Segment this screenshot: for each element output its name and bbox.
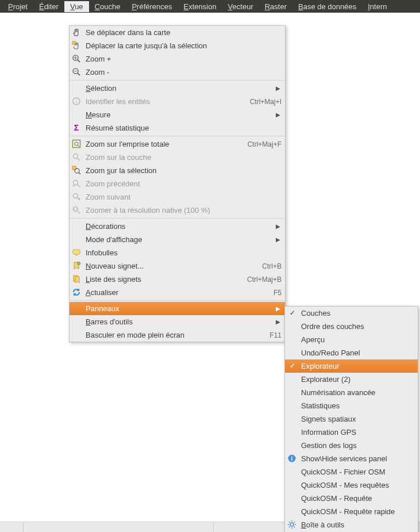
menu-item[interactable]: Sélection▶ [70, 82, 285, 95]
panel-toggle-item[interactable]: QuickOSM - Fichier OSM [285, 465, 418, 479]
zoom-layer-icon [72, 152, 81, 162]
panel-toggle-item[interactable]: iShow\Hide services panel [285, 452, 418, 465]
svg-point-16 [75, 169, 79, 173]
panel-toggle-item[interactable]: Numérisation avancée [285, 386, 418, 399]
svg-line-23 [78, 211, 80, 213]
menu-item-label: Statistiques [301, 401, 414, 410]
svg-rect-0 [72, 41, 75, 44]
menu-item-label: Zoom - [86, 68, 282, 76]
menu-item-label: Zoomer à la résolution native (100 %) [86, 206, 282, 215]
svg-line-35 [289, 522, 290, 523]
menu-item[interactable]: Infobulles [70, 246, 285, 259]
menu-item: Zoom suivant [70, 190, 285, 204]
panel-toggle-item[interactable]: Aperçu [285, 333, 418, 346]
menu-item-label: Barres d'outils [86, 317, 282, 326]
menu-item-label: Information GPS [301, 428, 414, 437]
submenu-arrow-icon: ▶ [276, 223, 280, 229]
submenu-arrow-icon: ▶ [276, 112, 280, 118]
menu-item-label: Décorations [86, 222, 282, 231]
menu-item[interactable]: Mode d'affichage▶ [70, 233, 285, 246]
svg-line-19 [78, 185, 80, 187]
bookmarks-icon [72, 274, 81, 284]
menu-item[interactable]: ΣRésumé statistique [70, 121, 285, 135]
menu-item[interactable]: Décorations▶ [70, 220, 285, 233]
menu-item-shortcut: Ctrl+Maj+I [238, 98, 282, 106]
svg-line-17 [79, 173, 80, 174]
menu-vue[interactable]: Vue [64, 1, 89, 12]
menu-item[interactable]: Zoom + [70, 52, 285, 66]
menu-item[interactable]: Déplacer la carte jusqu'à la sélection [70, 39, 285, 52]
workspace: Se déplacer dans la carteDéplacer la car… [0, 13, 420, 522]
menu-view-dropdown: Se déplacer dans la carteDéplacer la car… [69, 25, 286, 342]
svg-rect-25 [73, 250, 80, 254]
svg-line-12 [78, 145, 79, 147]
menu-vecteur[interactable]: Vecteur [222, 1, 259, 12]
menu-item[interactable]: Mesure▶ [70, 108, 285, 121]
svg-point-13 [74, 154, 78, 159]
panel-toggle-item[interactable]: QuickOSM - Mes requêtes [285, 479, 418, 492]
menu-item-label: Actualiser [86, 288, 262, 297]
menu-item-label: Panneaux [86, 304, 282, 313]
menu-item[interactable]: Se déplacer dans la carte [70, 26, 285, 39]
menu-item[interactable]: Liste des signetsCtrl+Maj+B [70, 273, 285, 286]
menu-internet[interactable]: Intern [362, 1, 392, 12]
svg-line-14 [78, 158, 80, 160]
menu-item-label: Zoom sur la couche [86, 153, 282, 162]
hand-select-icon [72, 41, 81, 50]
menu-projet[interactable]: Projet [2, 1, 33, 12]
panel-toggle-item[interactable]: Explorateur (2) [285, 373, 418, 386]
panel-toggle-item[interactable]: Signets spatiaux [285, 412, 418, 426]
refresh-icon [72, 288, 81, 297]
panel-toggle-item[interactable]: Undo/Redo Panel [285, 346, 418, 359]
menu-couche[interactable]: Couche [89, 1, 126, 12]
menu-item-label: Boîte à outils [301, 520, 414, 529]
panel-toggle-item[interactable]: ✓Explorateur [285, 359, 418, 373]
svg-line-6 [78, 73, 80, 75]
menu-item[interactable]: Panneaux▶ [70, 302, 285, 315]
panel-toggle-item[interactable]: QuickOSM - Requête rapide [285, 505, 418, 518]
zoom-next-icon [72, 192, 81, 201]
submenu-arrow-icon: ▶ [276, 85, 280, 91]
panel-toggle-item[interactable]: Information GPS [285, 426, 418, 439]
menu-item-label: Numérisation avancée [301, 388, 414, 397]
zoom-extent-icon [72, 139, 81, 148]
menu-item-label: QuickOSM - Fichier OSM [301, 468, 414, 476]
menu-item[interactable]: ActualiserF5 [70, 286, 285, 299]
panel-toggle-item[interactable]: Gestion des logs [285, 439, 418, 452]
check-icon: ✓ [290, 309, 295, 317]
zoom-native-icon: 1:1 [72, 205, 81, 215]
menu-item-label: Zoom + [86, 55, 282, 63]
panel-toggle-item[interactable]: Ordre des couches [285, 320, 418, 333]
menu-item[interactable]: Barres d'outils▶ [70, 315, 285, 328]
menu-item-label: Basculer en mode plein écran [86, 331, 258, 339]
svg-point-30 [290, 523, 294, 526]
menu-separator [70, 218, 284, 219]
menu-item-label: Se déplacer dans la carte [86, 28, 282, 37]
menu-item-label: Zoom sur la sélection [86, 166, 282, 175]
svg-line-2 [78, 60, 80, 62]
menu-item-label: Zoom suivant [86, 193, 282, 201]
status-segment [0, 522, 24, 532]
menu-item[interactable]: +Nouveau signet...Ctrl+B [70, 259, 285, 273]
menu-bdd[interactable]: Base de données [292, 1, 362, 12]
menu-item[interactable]: Zoom - [70, 66, 285, 79]
menu-item[interactable]: Basculer en mode plein écranF11 [70, 328, 285, 342]
zoom-in-icon [72, 54, 81, 63]
menu-item[interactable]: Zoom sur l'emprise totaleCtrl+Maj+F [70, 137, 285, 151]
menu-item[interactable]: Zoom sur la sélection [70, 164, 285, 177]
panel-toggle-item[interactable]: ✓Couches [285, 307, 418, 320]
panel-toggle-item[interactable]: QuickOSM - Requête [285, 492, 418, 505]
menu-editer[interactable]: Éditer [33, 1, 64, 12]
svg-text:i: i [291, 456, 293, 462]
panel-toggle-item[interactable]: Boîte à outils [285, 518, 418, 531]
menu-raster[interactable]: Raster [259, 1, 292, 12]
menu-preferences[interactable]: Préférences [126, 1, 178, 12]
menu-item-label: Ordre des couches [301, 322, 414, 331]
bookmark-new-icon: + [72, 261, 81, 270]
menu-item-label: Déplacer la carte jusqu'à la sélection [86, 41, 282, 50]
menu-item-shortcut: Ctrl+Maj+B [236, 275, 282, 284]
menu-item-label: Liste des signets [86, 275, 236, 284]
sigma-icon: Σ [72, 123, 81, 132]
panel-toggle-item[interactable]: Statistiques [285, 399, 418, 412]
menu-extension[interactable]: Extension [178, 1, 222, 12]
